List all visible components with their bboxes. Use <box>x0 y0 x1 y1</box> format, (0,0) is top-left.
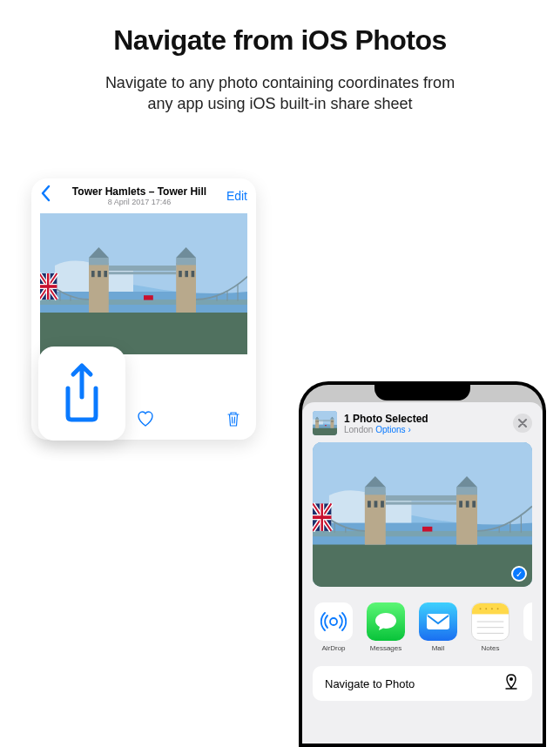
svg-point-38 <box>480 608 482 609</box>
share-thumbnail <box>313 411 337 435</box>
share-title: 1 Photo Selected <box>344 413 506 425</box>
delete-button[interactable] <box>226 411 240 431</box>
svg-point-41 <box>497 608 499 609</box>
share-app-notes[interactable]: Notes <box>469 602 511 652</box>
selected-check-icon: ✓ <box>511 566 527 582</box>
share-options-link[interactable]: Options › <box>375 425 411 434</box>
share-app-more[interactable]: Re <box>522 602 532 652</box>
notes-icon <box>471 602 509 641</box>
svg-point-32 <box>330 618 337 625</box>
share-button-callout[interactable] <box>38 347 125 441</box>
share-app-messages[interactable]: Messages <box>365 602 407 652</box>
favorite-button[interactable] <box>137 411 154 431</box>
share-sheet-header: 1 Photo Selected London Options › <box>313 411 532 435</box>
phone-notch <box>374 385 470 400</box>
page-heading: Navigate from iOS Photos <box>0 24 560 57</box>
photo-location-title: Tower Hamlets – Tower Hill <box>61 185 218 198</box>
messages-icon <box>367 602 405 641</box>
heart-icon <box>137 411 154 427</box>
svg-point-40 <box>491 608 493 609</box>
svg-point-45 <box>509 677 513 681</box>
photo-viewer[interactable] <box>40 213 247 354</box>
close-icon <box>518 419 527 427</box>
phone-frame: 1 Photo Selected London Options › ✓ <box>299 381 546 747</box>
back-button[interactable] <box>40 185 61 207</box>
navigate-app-icon <box>503 673 520 694</box>
share-app-airdrop[interactable]: AirDrop <box>313 602 354 652</box>
svg-point-39 <box>485 608 487 609</box>
share-sheet: 1 Photo Selected London Options › ✓ <box>302 402 543 744</box>
mail-icon <box>419 602 457 641</box>
more-app-icon <box>523 602 532 641</box>
photos-nav-bar: Tower Hamlets – Tower Hill 8 April 2017 … <box>31 178 256 213</box>
svg-rect-34 <box>472 603 509 614</box>
page-subheading: Navigate to any photo containing coordin… <box>0 72 560 115</box>
share-header-text: 1 Photo Selected London Options › <box>344 413 506 434</box>
chevron-left-icon <box>40 185 51 202</box>
share-icon <box>57 362 106 425</box>
airdrop-icon <box>314 602 353 641</box>
photo-timestamp: 8 April 2017 17:46 <box>61 198 218 206</box>
trash-icon <box>226 411 240 427</box>
share-subtitle[interactable]: London Options › <box>344 425 506 434</box>
share-app-mail[interactable]: Mail <box>417 602 459 652</box>
photo-title-box: Tower Hamlets – Tower Hill 8 April 2017 … <box>61 185 218 206</box>
share-action-navigate[interactable]: Navigate to Photo <box>313 666 532 701</box>
phone-screen: 1 Photo Selected London Options › ✓ <box>302 385 543 744</box>
close-button[interactable] <box>513 414 532 433</box>
edit-button[interactable]: Edit <box>218 189 247 203</box>
share-preview-image[interactable]: ✓ <box>313 442 532 587</box>
svg-rect-33 <box>427 614 449 629</box>
share-apps-row: AirDrop Messages Mail <box>313 602 532 652</box>
